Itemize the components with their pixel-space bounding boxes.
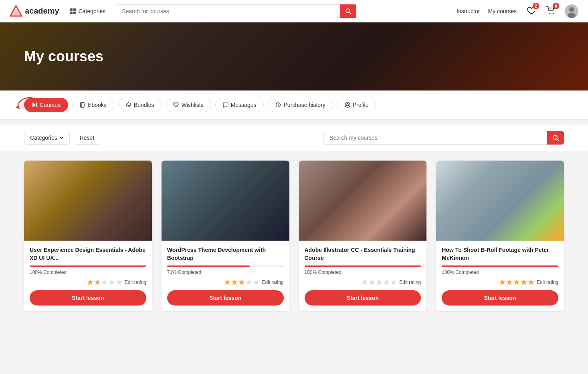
svg-marker-24 (87, 279, 93, 285)
courses-search-icon (552, 135, 559, 141)
edit-rating-label[interactable]: Edit rating (399, 279, 421, 285)
stars[interactable] (87, 279, 122, 286)
filter-row: Categories Reset (0, 125, 588, 151)
svg-marker-42 (521, 279, 527, 285)
start-lesson-button[interactable]: Start lesson (167, 290, 284, 306)
course-thumbnail (436, 161, 564, 241)
svg-marker-29 (224, 279, 230, 285)
svg-point-21 (347, 104, 348, 105)
stars[interactable] (362, 279, 397, 286)
tab-purchase-history[interactable]: Purchase history (268, 98, 333, 112)
tab-messages[interactable]: Messages (215, 98, 264, 112)
reset-button[interactable]: Reset (74, 131, 101, 145)
svg-marker-32 (246, 279, 252, 285)
hero-section: My courses (0, 22, 588, 90)
tab-bundles-label: Bundles (134, 102, 154, 108)
course-info: Adobe Illustrator CC - Essentials Traini… (299, 241, 427, 311)
svg-line-7 (350, 12, 351, 14)
progress-label: 71% Completed (167, 269, 284, 275)
filled-star-icon (521, 279, 527, 286)
empty-star-icon (246, 279, 252, 286)
courses-search-button[interactable] (547, 131, 564, 145)
tab-ebooks[interactable]: Ebooks (72, 98, 114, 112)
tab-bundles[interactable]: Bundles (118, 98, 162, 112)
tab-profile-label: Profile (353, 102, 369, 108)
cart-button[interactable]: 0 (545, 4, 557, 18)
svg-marker-37 (384, 279, 389, 285)
logo-text: academy (25, 6, 59, 16)
filled-star-icon (528, 279, 534, 286)
empty-star-icon (116, 279, 122, 286)
categories-dropdown[interactable]: Categories (66, 6, 110, 17)
start-lesson-button[interactable]: Start lesson (305, 290, 421, 306)
search-button[interactable] (340, 4, 356, 18)
tab-courses[interactable]: Courses (24, 98, 68, 112)
tab-courses-label: Courses (40, 102, 61, 108)
course-info: User Experience Design Essentials - Adob… (24, 241, 152, 311)
tab-purchase-history-label: Purchase history (283, 102, 325, 108)
start-lesson-button[interactable]: Start lesson (30, 290, 146, 306)
svg-marker-33 (253, 279, 259, 285)
svg-marker-36 (376, 279, 382, 285)
message-icon (223, 102, 228, 108)
stars[interactable] (499, 279, 534, 286)
filled-star-icon (231, 279, 238, 286)
course-card: Adobe Illustrator CC - Essentials Traini… (299, 161, 427, 311)
logo-icon (10, 5, 22, 18)
svg-marker-35 (369, 279, 375, 285)
edit-rating-label[interactable]: Edit rating (262, 279, 283, 285)
svg-marker-43 (528, 279, 534, 285)
user-avatar[interactable] (565, 4, 578, 18)
course-title: WordPress Theme Development with Bootstr… (167, 246, 284, 262)
grid-icon (70, 8, 76, 14)
avatar-icon (565, 4, 578, 18)
tab-wishlists[interactable]: Wishlists (166, 98, 211, 112)
filled-star-icon (499, 279, 505, 286)
filled-star-icon (506, 279, 513, 286)
stars[interactable] (224, 279, 259, 286)
chevron-down-icon (59, 135, 64, 140)
progress-bar (442, 265, 558, 267)
svg-marker-30 (232, 279, 237, 285)
filled-star-icon (224, 279, 230, 286)
tab-profile[interactable]: Profile (337, 98, 376, 112)
edit-rating-label[interactable]: Edit rating (537, 279, 558, 285)
svg-rect-15 (36, 103, 37, 107)
empty-star-icon (376, 279, 382, 286)
course-title: User Experience Design Essentials - Adob… (30, 246, 146, 262)
start-lesson-button[interactable]: Start lesson (442, 290, 558, 306)
svg-marker-38 (391, 279, 396, 285)
navbar: academy Categories Instructor My courses… (0, 0, 588, 22)
svg-marker-39 (499, 279, 505, 285)
wishlist-badge: 2 (533, 3, 539, 9)
cart-badge: 0 (553, 3, 559, 9)
course-title: Adobe Illustrator CC - Essentials Traini… (305, 246, 421, 262)
empty-star-icon (109, 279, 115, 286)
instructor-link[interactable]: Instructor (457, 8, 480, 14)
nav-links: Instructor My courses 2 0 (457, 4, 578, 18)
wishlist-button[interactable]: 2 (525, 4, 537, 18)
heart-tab-icon (173, 102, 179, 108)
my-courses-link[interactable]: My courses (488, 8, 517, 14)
svg-point-9 (553, 13, 554, 14)
progress-fill (442, 265, 558, 267)
empty-star-icon (369, 279, 375, 286)
tab-ebooks-label: Ebooks (88, 102, 107, 108)
empty-star-icon (362, 279, 368, 286)
skip-forward-icon (32, 102, 37, 108)
categories-label: Categories (79, 8, 106, 14)
progress-fill (167, 265, 250, 267)
course-card: How To Shoot B-Roll Footage with Peter M… (436, 161, 564, 311)
search-input[interactable] (116, 4, 356, 18)
filled-star-icon (238, 279, 245, 286)
rating-row: Edit rating (167, 279, 284, 286)
edit-rating-label[interactable]: Edit rating (125, 279, 146, 285)
courses-grid: User Experience Design Essentials - Adob… (0, 151, 588, 327)
user-circle-icon (345, 102, 350, 108)
logo-link[interactable]: academy (10, 5, 59, 18)
courses-search-input[interactable] (323, 131, 564, 145)
svg-rect-16 (81, 103, 84, 107)
tabs-container: Courses Ebooks Bundles Wishlists Message… (0, 90, 588, 120)
svg-point-8 (550, 13, 551, 14)
categories-filter-button[interactable]: Categories (24, 131, 70, 145)
